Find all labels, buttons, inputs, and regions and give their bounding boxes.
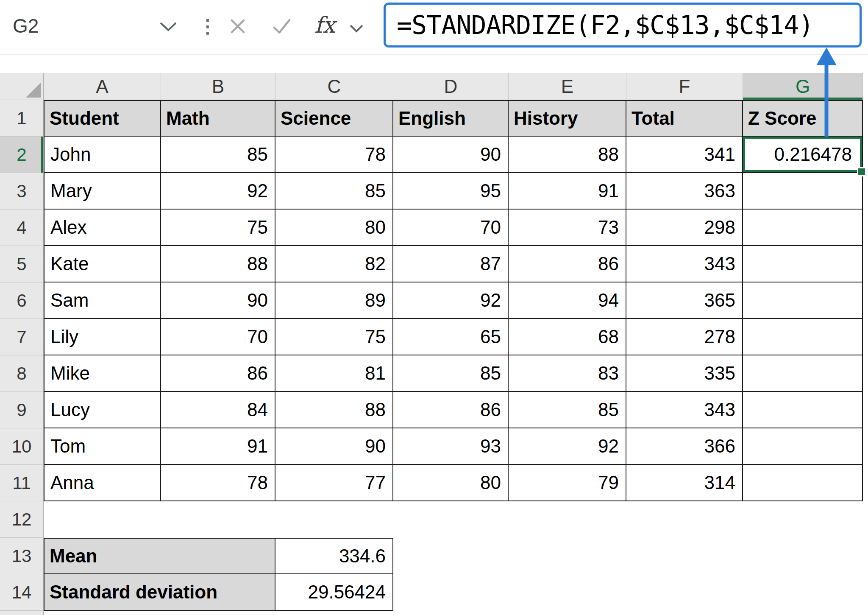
row-header-9[interactable]: 9: [0, 392, 44, 428]
cell-D14[interactable]: [393, 574, 509, 611]
row-header-15[interactable]: 15: [0, 611, 44, 615]
cell-F13[interactable]: [626, 538, 743, 574]
cell-A12[interactable]: [44, 501, 161, 538]
column-header-A[interactable]: A: [44, 73, 161, 100]
cell-G7[interactable]: [743, 319, 863, 355]
cell-D3[interactable]: 95: [393, 173, 509, 210]
cell-F8[interactable]: 335: [626, 355, 743, 392]
cell-E1[interactable]: History: [509, 100, 626, 137]
cell-F3[interactable]: 363: [626, 173, 743, 210]
cell-E4[interactable]: 73: [509, 210, 626, 246]
cell-A11[interactable]: Anna: [44, 465, 161, 501]
cell-B6[interactable]: 90: [161, 282, 275, 319]
cell-F10[interactable]: 366: [626, 428, 743, 465]
cell-C8[interactable]: 81: [275, 355, 393, 392]
cell-F2[interactable]: 341: [626, 137, 743, 173]
row-header-2[interactable]: 2: [0, 137, 44, 173]
cell-B10[interactable]: 91: [161, 428, 275, 465]
cell-D8[interactable]: 85: [393, 355, 509, 392]
cell-G4[interactable]: [743, 210, 863, 246]
cell-G10[interactable]: [743, 428, 863, 465]
column-header-D[interactable]: D: [393, 73, 509, 100]
cell-D6[interactable]: 92: [393, 282, 509, 319]
cell-C9[interactable]: 88: [275, 392, 393, 428]
column-header-B[interactable]: B: [161, 73, 275, 100]
row-header-3[interactable]: 3: [0, 173, 44, 210]
fx-chevron-icon[interactable]: [349, 24, 364, 35]
cell-D7[interactable]: 65: [393, 319, 509, 355]
cell-B8[interactable]: 86: [161, 355, 275, 392]
fill-handle[interactable]: [857, 167, 866, 176]
cell-F7[interactable]: 278: [626, 319, 743, 355]
cell-G11[interactable]: [743, 465, 863, 501]
cell-B11[interactable]: 78: [161, 465, 275, 501]
cell-G9[interactable]: [743, 392, 863, 428]
cell-C5[interactable]: 82: [275, 246, 393, 282]
cell-D2[interactable]: 90: [393, 137, 509, 173]
cell-B2[interactable]: 85: [161, 137, 275, 173]
cell-E7[interactable]: 68: [509, 319, 626, 355]
column-header-G[interactable]: G: [743, 73, 863, 100]
formula-input[interactable]: =STANDARDIZE(F2,$C$13,$C$14): [384, 3, 862, 48]
cell-B4[interactable]: 75: [161, 210, 275, 246]
cell-A7[interactable]: Lily: [44, 319, 161, 355]
cell-C7[interactable]: 75: [275, 319, 393, 355]
column-header-E[interactable]: E: [509, 73, 626, 100]
row-header-6[interactable]: 6: [0, 282, 44, 319]
name-box-chevron-icon[interactable]: [159, 21, 177, 34]
cell-A9[interactable]: Lucy: [44, 392, 161, 428]
cell-C12[interactable]: [275, 501, 393, 538]
cell-A6[interactable]: Sam: [44, 282, 161, 319]
column-header-C[interactable]: C: [275, 73, 393, 100]
row-header-11[interactable]: 11: [0, 465, 44, 501]
row-header-14[interactable]: 14: [0, 574, 44, 611]
cell-D15[interactable]: [393, 611, 509, 615]
cell-D11[interactable]: 80: [393, 465, 509, 501]
cell-E13[interactable]: [509, 538, 626, 574]
cell-D13[interactable]: [393, 538, 509, 574]
cell-D12[interactable]: [393, 501, 509, 538]
row-header-4[interactable]: 4: [0, 210, 44, 246]
cell-B5[interactable]: 88: [161, 246, 275, 282]
row-header-13[interactable]: 13: [0, 538, 44, 574]
cell-A4[interactable]: Alex: [44, 210, 161, 246]
cell-C14[interactable]: 29.56424: [275, 574, 393, 611]
cell-F4[interactable]: 298: [626, 210, 743, 246]
cell-G8[interactable]: [743, 355, 863, 392]
cell-F9[interactable]: 343: [626, 392, 743, 428]
cell-C6[interactable]: 89: [275, 282, 393, 319]
column-header-F[interactable]: F: [626, 73, 743, 100]
select-all-button[interactable]: [0, 73, 44, 100]
cell-E15[interactable]: [509, 611, 626, 615]
cell-D10[interactable]: 93: [393, 428, 509, 465]
cell-A2[interactable]: John: [44, 137, 161, 173]
cell-B12[interactable]: [161, 501, 275, 538]
cell-A1[interactable]: Student: [44, 100, 161, 137]
cell-A5[interactable]: Kate: [44, 246, 161, 282]
cell-E12[interactable]: [509, 501, 626, 538]
cell-D1[interactable]: English: [393, 100, 509, 137]
row-header-8[interactable]: 8: [0, 355, 44, 392]
cell-F14[interactable]: [626, 574, 743, 611]
cell-D5[interactable]: 87: [393, 246, 509, 282]
row-header-12[interactable]: 12: [0, 501, 44, 538]
cell-E2[interactable]: 88: [509, 137, 626, 173]
cell-G2[interactable]: 0.216478: [743, 137, 863, 173]
cell-C1[interactable]: Science: [275, 100, 393, 137]
cell-G12[interactable]: [743, 501, 863, 538]
vertical-dots-icon[interactable]: ⋮: [198, 0, 217, 52]
cell-E10[interactable]: 92: [509, 428, 626, 465]
cancel-icon[interactable]: [228, 17, 248, 38]
insert-function-icon[interactable]: fx: [314, 0, 335, 50]
row-header-10[interactable]: 10: [0, 428, 44, 465]
cell-B1[interactable]: Math: [161, 100, 275, 137]
cell-C15[interactable]: [275, 611, 393, 615]
cell-C10[interactable]: 90: [275, 428, 393, 465]
cell-F15[interactable]: [626, 611, 743, 615]
cell-A15[interactable]: [44, 611, 161, 615]
cell-G15[interactable]: [743, 611, 863, 615]
cell-A8[interactable]: Mike: [44, 355, 161, 392]
cell-D9[interactable]: 86: [393, 392, 509, 428]
cell-G3[interactable]: [743, 173, 863, 210]
cell-E5[interactable]: 86: [509, 246, 626, 282]
